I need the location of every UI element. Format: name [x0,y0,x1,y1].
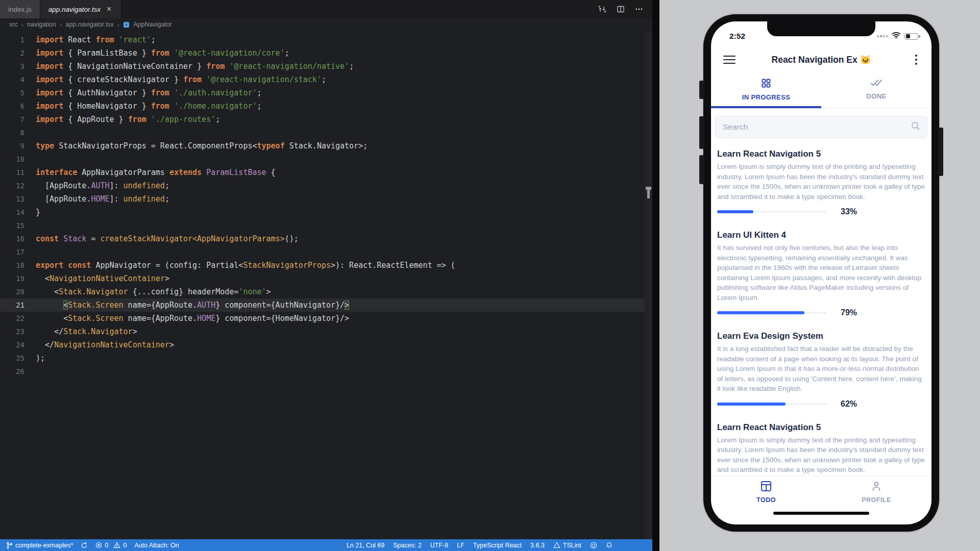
code-line[interactable]: 9type StackNavigatorProps = React.Compon… [0,139,652,153]
code-line[interactable]: 10 [0,153,652,166]
line-number: 1 [0,33,24,46]
todo-list: Learn React Navigation 5 Lorem Ipsum is … [711,138,932,475]
home-indicator[interactable] [773,512,869,515]
code-line[interactable]: 20 <Stack.Navigator {...config} headerMo… [0,285,652,298]
more-options-kebab-icon[interactable] [915,55,919,64]
code-line[interactable]: 4import { createStackNavigator } from '@… [0,73,652,86]
code-editor[interactable]: 1import React from 'react';2import { Par… [0,31,652,539]
code-text: <Stack.Screen name={AppRoute.AUTH} compo… [24,298,349,312]
problems-indicator[interactable]: 0 0 [95,542,127,549]
notifications-bell-icon[interactable] [606,542,612,549]
clock: 2:52 [729,32,745,41]
line-number: 19 [0,272,24,285]
cursor-position[interactable]: Ln 21, Col 69 [347,542,384,549]
code-text: <Stack.Navigator {...config} headerMode=… [24,285,271,298]
code-text: <NavigationNativeContainer> [24,272,169,285]
code-line[interactable]: 16const Stack = createStackNavigator<App… [0,232,652,245]
bottom-tab-todo[interactable]: TODO [711,476,821,508]
code-line[interactable]: 23 </Stack.Navigator> [0,325,652,338]
volume-up-button [699,116,704,149]
mute-switch [699,81,704,99]
editor-tab-bar: index.js app.navigator.tsx × [0,0,652,18]
breadcrumb: src › navigation › app.navigator.tsx › A… [0,18,652,31]
breadcrumb-item[interactable]: AppNavigator [133,21,172,28]
bottom-tab-profile[interactable]: PROFILE [821,476,932,508]
code-line[interactable]: 5import { AuthNavigator } from './auth.n… [0,86,652,99]
code-line[interactable]: 6import { HomeNavigator } from './home.n… [0,99,652,113]
todo-description: It has survived not only five centuries,… [717,243,925,303]
breadcrumb-item[interactable]: navigation [27,21,56,28]
code-line[interactable]: 12 [AppRoute.AUTH]: undefined; [0,179,652,192]
code-text: <Stack.Screen name={AppRoute.HOME} compo… [24,312,349,325]
code-line[interactable]: 3import { NavigationNativeContainer } fr… [0,60,652,73]
progress-track [717,312,827,314]
auto-attach-item[interactable]: Auto Attach: On [134,542,179,549]
more-actions-icon[interactable] [635,5,643,13]
encoding[interactable]: UTF-8 [430,542,448,549]
code-line[interactable]: 8 [0,126,652,139]
tab-in-progress[interactable]: IN PROGRESS [711,73,821,108]
feedback-smiley-icon[interactable] [590,542,597,549]
progress-percent: 33% [841,207,857,216]
todo-progress-row: 62% [717,400,925,408]
code-line[interactable]: 24 </NavigationNativeContainer> [0,338,652,352]
todo-item[interactable]: Learn Eva Design System It is a long est… [711,324,932,416]
search-input[interactable] [715,116,927,138]
code-text [24,245,36,259]
tab-app-navigator-tsx[interactable]: app.navigator.tsx × [40,0,122,18]
ts-version[interactable]: 3.6.3 [530,542,545,549]
code-line[interactable]: 7import { AppRoute } from './app-routes'… [0,113,652,126]
code-line[interactable]: 2import { ParamListBase } from '@react-n… [0,46,652,60]
line-number: 3 [0,60,24,73]
eol-sequence[interactable]: LF [457,542,464,549]
linter-item[interactable]: TSLint [553,542,581,549]
tab-done[interactable]: DONE [821,73,932,108]
editor-scrollbar[interactable] [645,31,652,539]
todo-item[interactable]: Learn UI Kitten 4 It has survived not on… [711,223,932,324]
split-editor-icon[interactable] [617,5,625,13]
todo-item[interactable]: Learn React Navigation 5 Lorem Ipsum is … [711,416,932,476]
double-check-icon [870,79,883,89]
tab-index-js[interactable]: index.js [0,0,40,18]
code-line[interactable]: 22 <Stack.Screen name={AppRoute.HOME} co… [0,312,652,325]
code-text: </NavigationNativeContainer> [24,338,174,352]
sync-button[interactable] [81,542,88,549]
simulator-area: 2:52 React Navigatio [659,0,980,551]
close-tab-icon[interactable]: × [105,4,113,14]
language-mode[interactable]: TypeScript React [473,542,522,549]
code-line[interactable]: 13 [AppRoute.HOME]: undefined; [0,192,652,206]
code-line[interactable]: 25); [0,352,652,365]
menu-hamburger-icon[interactable] [723,56,736,64]
progress-percent: 79% [841,308,857,317]
code-line[interactable]: 26 [0,365,652,378]
window-divider [652,0,659,551]
line-number: 22 [0,312,24,325]
code-text: [AppRoute.HOME]: undefined; [24,192,169,206]
code-editor-window: index.js app.navigator.tsx × [0,0,652,551]
line-number: 14 [0,206,24,219]
power-button [938,128,943,176]
code-line[interactable]: 14} [0,206,652,219]
line-number: 18 [0,259,24,272]
breadcrumb-item[interactable]: app.navigator.tsx [65,21,114,28]
code-line[interactable]: 15 [0,219,652,232]
indentation[interactable]: Spaces: 2 [393,542,422,549]
tab-label: app.navigator.tsx [48,6,101,13]
code-line[interactable]: 18export const AppNavigator = (config: P… [0,259,652,272]
code-line[interactable]: 17 [0,245,652,259]
code-line[interactable]: 21 <Stack.Screen name={AppRoute.AUTH} co… [0,298,652,312]
line-number: 21 [0,298,24,312]
status-bar: complete-exmaples* 0 0 Auto Attach: [0,539,652,551]
open-changes-icon[interactable] [598,5,606,13]
code-line[interactable]: 1import React from 'react'; [0,33,652,46]
todo-description: It is a long established fact that a rea… [717,344,925,394]
warning-count: 0 [123,542,127,549]
breadcrumb-item[interactable]: src [9,21,18,28]
code-line[interactable]: 11interface AppNavigatorParams extends P… [0,166,652,179]
git-branch-item[interactable]: complete-exmaples* [6,542,73,549]
todo-title: Learn Eva Design System [717,331,925,341]
todo-item[interactable]: Learn React Navigation 5 Lorem Ipsum is … [711,142,932,223]
code-line[interactable]: 19 <NavigationNativeContainer> [0,272,652,285]
line-number: 13 [0,192,24,206]
progress-fill [717,311,804,314]
